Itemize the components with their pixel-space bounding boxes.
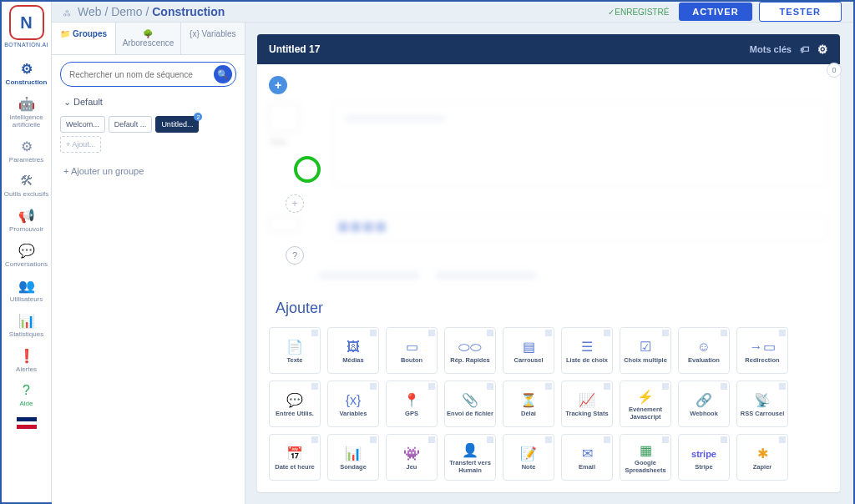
notification-count[interactable]: 0	[827, 63, 842, 78]
tile-icon: {x}	[346, 391, 362, 410]
tab-variables[interactable]: {x} Variables	[181, 23, 245, 54]
tile-tracking-stats[interactable]: 📈Tracking Stats	[561, 381, 613, 427]
tile-envoi-de-fichier[interactable]: 📎Envoi de fichier	[444, 381, 496, 427]
tile-choix-multiple[interactable]: ☑Choix multiple	[620, 327, 671, 374]
tile-icon: ▭	[406, 338, 418, 356]
keywords-label[interactable]: Mots clés	[750, 44, 792, 54]
rail-parametres[interactable]: ⚙Paramètres	[2, 134, 51, 169]
tile-webhook[interactable]: 🔗Webhook	[678, 381, 730, 427]
ai-icon: 🤖	[3, 96, 49, 112]
add-block-top-button[interactable]: +	[269, 76, 287, 94]
activate-button[interactable]: ACTIVER	[679, 3, 751, 21]
help-hint-button[interactable]: ?	[286, 246, 304, 265]
tile-liste-de-choix[interactable]: ☰Liste de choix	[561, 327, 613, 374]
card-title: Untitled 17	[269, 43, 320, 55]
sequence-card: Untitled 17 Mots clés 🏷 ⚙ +	[257, 34, 840, 492]
language-flag[interactable]	[17, 417, 37, 429]
blurred-preview: Texte	[269, 103, 828, 186]
rail-construction[interactable]: ⚙Construction	[2, 56, 51, 91]
chip-untitled[interactable]: Untitled...2	[155, 116, 199, 133]
tile-label: GPS	[405, 410, 418, 417]
rail-conversations[interactable]: 💬Conversations	[2, 238, 51, 273]
tile-jeu[interactable]: 👾Jeu	[386, 434, 438, 481]
tile-redirection[interactable]: →▭Redirection	[736, 327, 788, 374]
tile-label: Google Spreadsheets	[622, 459, 669, 474]
rail-aide[interactable]: ?Aide	[2, 378, 51, 412]
stats-icon: 📊	[3, 313, 49, 329]
search-icon[interactable]: 🔍	[214, 65, 232, 83]
card-header: Untitled 17 Mots clés 🏷 ⚙	[257, 34, 840, 64]
tile-entr-e-utilis-[interactable]: 💬Entrée Utilis.	[269, 381, 321, 427]
tile-email[interactable]: ✉Email	[561, 434, 613, 481]
breadcrumb: Web / Demo / Construction	[78, 5, 225, 18]
chat-icon: 💬	[3, 243, 49, 259]
tag-icon[interactable]: 🏷	[800, 44, 809, 54]
help-icon: ?	[3, 383, 49, 398]
tile-m-dias[interactable]: 🖼Médias	[327, 327, 379, 374]
tile-icon: ⬭⬭	[458, 338, 482, 356]
tile-icon: 🔗	[696, 391, 712, 410]
gear-icon: ⚙	[3, 139, 49, 154]
add-group-button[interactable]: + Ajouter un groupe	[52, 158, 245, 184]
tile-variables[interactable]: {x}Variables	[327, 381, 379, 427]
tab-groupes[interactable]: 📁 Groupes	[52, 23, 116, 54]
saved-status: ✓ENREGISTRÉ	[608, 8, 669, 17]
tile-rss-carrousel[interactable]: 📡RSS Carrousel	[736, 381, 788, 427]
tile-icon: 🖼	[347, 338, 360, 356]
rail-ia[interactable]: 🤖Intelligence artificielle	[2, 91, 51, 134]
rail-statistiques[interactable]: 📊Statistiques	[2, 308, 51, 343]
tile-icon: 📍	[403, 391, 420, 410]
search-input[interactable]	[69, 70, 214, 79]
tile-icon: →▭	[750, 338, 776, 356]
rail-outils[interactable]: 🛠Outils exclusifs	[2, 169, 51, 203]
tile-icon: ⚡	[637, 387, 654, 406]
main-area: ஃ Web / Demo / Construction ✓ENREGISTRÉ …	[52, 2, 853, 502]
rail-utilisateurs[interactable]: 👥Utilisateurs	[2, 273, 51, 308]
tile-date-et-heure[interactable]: 📅Date et heure	[269, 434, 321, 481]
add-block-inline-button[interactable]: +	[286, 194, 304, 213]
tile-icon: 📄	[286, 338, 303, 356]
tile-bouton[interactable]: ▭Bouton	[386, 327, 438, 374]
tile-r-p-rapides[interactable]: ⬭⬭Rép. Rapides	[444, 327, 496, 374]
panel-tabs: 📁 Groupes 🌳 Arborescence {x} Variables	[52, 23, 245, 55]
tile-sondage[interactable]: 📊Sondage	[327, 434, 379, 481]
tile-stripe[interactable]: stripeStripe	[678, 434, 730, 481]
tile-icon: ☰	[581, 338, 593, 356]
test-button[interactable]: TESTER	[759, 2, 842, 22]
tile-gps[interactable]: 📍GPS	[386, 381, 438, 427]
tile-icon: ✉	[582, 445, 593, 463]
rail-promouvoir[interactable]: 📢Promouvoir	[2, 203, 51, 238]
tile-label: Evènement Javascript	[622, 406, 669, 421]
tile-zapier[interactable]: ✱Zapier	[736, 434, 788, 481]
chip-add[interactable]: + Ajout...	[60, 136, 101, 153]
tile-icon: 📊	[345, 445, 362, 463]
settings-icon[interactable]: ⚙	[817, 43, 828, 56]
tile-google-spreadsheets[interactable]: ▦Google Spreadsheets	[620, 434, 671, 481]
tile-icon: 👾	[403, 445, 420, 463]
tile-icon: 📈	[579, 391, 595, 410]
add-section-title: Ajouter	[276, 300, 828, 317]
tile-carrousel[interactable]: ▤Carrousel	[503, 327, 554, 374]
chip-welcome[interactable]: Welcom...	[60, 116, 105, 133]
logo[interactable]: N	[9, 5, 44, 40]
tile-transfert-vers-humain[interactable]: 👤Transfert vers Humain	[444, 434, 496, 481]
tile-icon: 📡	[754, 391, 771, 410]
topbar: ஃ Web / Demo / Construction ✓ENREGISTRÉ …	[52, 2, 853, 23]
tile-d-lai[interactable]: ⏳Délai	[503, 381, 554, 427]
tile-texte[interactable]: 📄Texte	[269, 327, 321, 374]
chip-default[interactable]: Default ...	[109, 116, 153, 133]
tab-arborescence[interactable]: 🌳 Arborescence	[116, 23, 180, 54]
tile-evaluation[interactable]: ☺Evaluation	[678, 327, 730, 374]
tile-note[interactable]: 📝Note	[503, 434, 554, 481]
alert-icon: ❗	[3, 348, 49, 364]
tool-tiles: 📄Texte🖼Médias▭Bouton⬭⬭Rép. Rapides▤Carro…	[269, 327, 828, 481]
tile-ev-nement-javascript[interactable]: ⚡Evènement Javascript	[620, 381, 671, 427]
tile-icon: ☑	[640, 338, 651, 356]
tile-icon: ☺	[697, 338, 711, 356]
search-box[interactable]: 🔍	[60, 62, 236, 87]
rail-alertes[interactable]: ❗Alertes	[2, 343, 51, 378]
tile-label: RSS Carrousel	[741, 410, 785, 417]
group-default-header[interactable]: ⌄ Default	[52, 93, 245, 111]
tile-icon: 📎	[462, 391, 478, 410]
tile-label: Stripe	[695, 463, 712, 471]
